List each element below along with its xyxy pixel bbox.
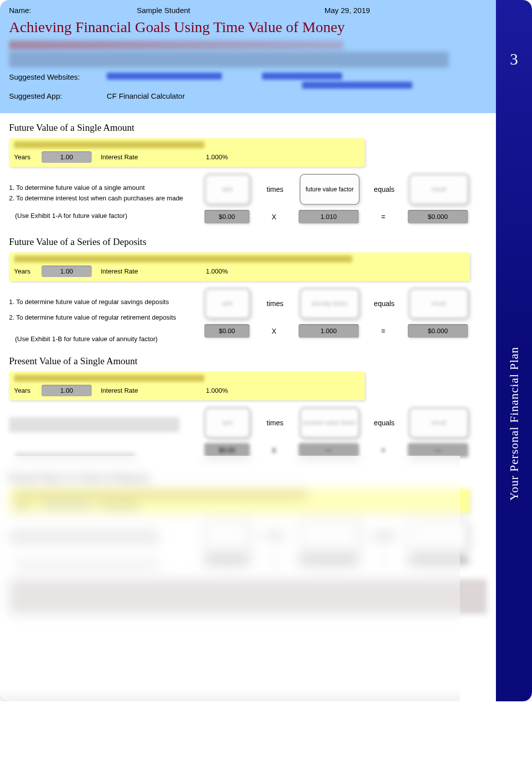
amount-field[interactable]: $0.00 (204, 324, 249, 338)
rate-value: 1.000% (206, 268, 228, 275)
factor-field[interactable]: 1.010 (299, 210, 359, 223)
amount-box-blurred: amt (204, 407, 250, 438)
multiply-op: X (261, 446, 287, 454)
exhibit-note: (Use Exhibit 1-A for future value factor… (15, 212, 194, 219)
strip-instruction-blurred (14, 491, 307, 498)
equals-op: = (371, 213, 396, 221)
website-link-blurred[interactable] (302, 82, 412, 89)
years-label: Years (14, 387, 42, 394)
calc-notes-blurred (9, 407, 194, 459)
times-label: times (262, 185, 288, 193)
calc-grid: amt times present value factor equals re… (204, 407, 487, 457)
section-title: Present Value of a Single Amount (9, 356, 487, 367)
section-fv-single: Future Value of a Single Amount Years 1.… (0, 113, 496, 227)
note-item: 2. To determine interest lost when cash … (9, 194, 194, 202)
note-item: 1. To determine future value of a single… (9, 184, 194, 191)
op-blurred: X (261, 556, 287, 564)
section-pv-single: Present Value of a Single Amount Years 1… (0, 347, 496, 463)
rate-label: Interest Rate (101, 387, 156, 394)
exhibit-blurred (15, 452, 135, 459)
sidebar: 3 Your Personal Financial Plan (496, 0, 532, 701)
box-blurred (300, 520, 360, 551)
website-link-blurred[interactable] (107, 73, 222, 80)
rate-label-blurred: Interest Rate (101, 501, 156, 509)
calc-notes-blurred (9, 520, 194, 568)
calc-header-row: amt times future value factor equals res… (204, 174, 487, 205)
years-input[interactable]: 1.00 (42, 266, 92, 277)
input-strip: Years 1.00 Interest Rate 1.000% (9, 372, 365, 400)
result-box-blurred: result (409, 407, 469, 438)
years-input[interactable]: 1.00 (42, 385, 92, 396)
calc-header-row: amt times present value factor equals re… (204, 407, 487, 438)
student-name: Sample Student (137, 6, 190, 15)
times-label: times (262, 419, 288, 427)
exhibit-note: (Use Exhibit 1-B for future value of ann… (15, 335, 194, 343)
purpose-blurred (9, 41, 344, 50)
result-box-blurred: result (409, 174, 469, 205)
note-item: 1. To determine future value of regular … (9, 298, 194, 306)
header-info-row: Name: Sample Student May 29, 2019 (9, 6, 487, 15)
suggested-links-group (107, 73, 412, 89)
factor-box-blurred: present value factor (300, 407, 360, 438)
suggested-app-label: Suggested App: (9, 92, 107, 100)
result-field-blurred: — (408, 443, 468, 457)
amount-box-blurred: amt (204, 174, 250, 205)
suggested-websites-row: Suggested Websites: (9, 73, 487, 89)
instructions-blurred (9, 52, 449, 68)
document-title: Achieving Financial Goals Using Time Val… (9, 19, 487, 36)
years-label-blurred: Years (14, 501, 42, 509)
website-link-blurred[interactable] (262, 73, 342, 80)
calc-value-row: $0.00 X 1.000 = $0.000 (204, 324, 487, 338)
rate-label: Interest Rate (101, 268, 156, 275)
bottom-shadow (0, 694, 460, 701)
content-area: Name: Sample Student May 29, 2019 Achiev… (0, 0, 496, 701)
op-blurred: times (262, 532, 288, 540)
equals-op: = (371, 446, 396, 454)
calc-grid: amt times future value factor equals res… (204, 174, 487, 223)
factor-field-blurred: — (299, 443, 359, 457)
page-container: 3 Your Personal Financial Plan Name: Sam… (0, 0, 532, 701)
calc-notes: 1. To determine future value of regular … (9, 288, 194, 343)
strip-instruction-blurred (14, 141, 204, 148)
suggested-websites-label: Suggested Websites: (9, 73, 107, 81)
page-number: 3 (510, 50, 518, 69)
strip-instruction-blurred (14, 255, 352, 263)
years-input[interactable]: 1.00 (42, 151, 92, 163)
note-blurred (9, 417, 179, 432)
input-strip-blurred: Years Interest Rate (9, 488, 470, 513)
amount-field-blurred: $0.00 (204, 443, 249, 457)
years-input-blurred (42, 503, 92, 507)
suggested-app-value: CF Financial Calculator (107, 92, 185, 100)
factor-field[interactable]: 1.000 (299, 324, 359, 338)
amount-field[interactable]: $0.00 (204, 210, 249, 223)
document-date: May 29, 2019 (325, 6, 370, 15)
header-band: Name: Sample Student May 29, 2019 Achiev… (0, 0, 496, 113)
calc-value-row-blurred: $0.00 X — = — (204, 443, 487, 457)
op-blurred: = (371, 556, 396, 564)
rate-value: 1.000% (206, 387, 228, 394)
factor-label-box: future value factor (300, 174, 360, 205)
calc-header-row: amt times annuity factor equals result (204, 288, 487, 319)
result-field: $0.000 (408, 324, 468, 338)
name-label: Name: (9, 6, 39, 15)
calc-notes: 1. To determine future value of a single… (9, 174, 194, 219)
equals-op: = (371, 327, 396, 335)
rate-value: 1.000% (206, 153, 228, 161)
rate-label: Interest Rate (101, 153, 156, 161)
result-box-blurred: result (409, 288, 469, 319)
amount-box-blurred: amt (204, 288, 250, 319)
field-blurred (408, 557, 468, 563)
multiply-op: X (261, 327, 287, 335)
field-blurred (204, 557, 249, 563)
footer-text-blurred (9, 579, 487, 614)
factor-box-blurred: annuity factor (300, 288, 360, 319)
suggested-app-row: Suggested App: CF Financial Calculator (9, 92, 487, 100)
equals-label: equals (372, 419, 397, 427)
input-strip: Years 1.00 Interest Rate 1.000% (9, 138, 365, 167)
calc-grid: amt times annuity factor equals result $… (204, 288, 487, 338)
sidebar-title: Your Personal Financial Plan (507, 347, 521, 501)
calc-grid-blurred: times equals X = (204, 520, 487, 564)
section-pv-series-blurred: Present Value of a Series of Deposits Ye… (0, 463, 496, 572)
input-strip: Years 1.00 Interest Rate 1.000% (9, 252, 470, 281)
years-label: Years (14, 268, 42, 275)
